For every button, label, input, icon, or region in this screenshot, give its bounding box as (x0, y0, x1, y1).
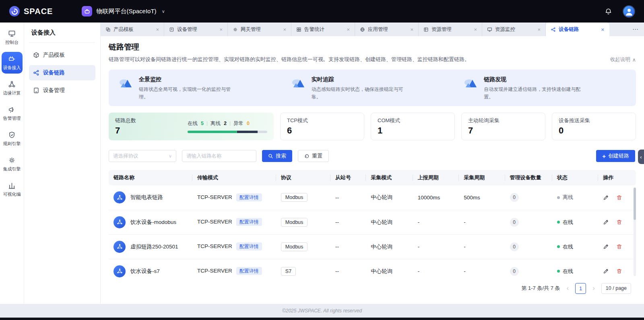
search-button[interactable]: 搜索 (262, 150, 292, 162)
tab-bar: 产品模板 × 设备管理 × 网关管理 × 告警统计 × 应用管理 × (101, 23, 644, 36)
sidebar: 设备接入 产品模板 设备链路 设备管理 (24, 23, 101, 304)
stat-value: 0 (559, 125, 629, 136)
avatar[interactable] (623, 5, 635, 18)
config-detail-link[interactable]: 配置详情 (236, 242, 262, 250)
rail-item-rule-engine[interactable]: 规则引擎 (2, 128, 23, 150)
tab-device-link[interactable]: 设备链路 × (546, 23, 609, 36)
bell-icon[interactable] (605, 8, 612, 15)
copyright-text: ©2025 JWSPACE. All rights reserved (282, 308, 362, 314)
next-page-icon[interactable]: › (592, 284, 595, 292)
stat-label: 链路总数 (115, 117, 136, 124)
rail-item-console[interactable]: 控制台 (2, 27, 23, 48)
sidebar-item-device-link[interactable]: 设备链路 (29, 65, 95, 80)
tab-device-management[interactable]: 设备管理 × (164, 23, 228, 36)
delete-icon[interactable] (616, 195, 622, 201)
tab-alarm-statistics[interactable]: 告警统计 × (291, 23, 355, 36)
slave-id: -- (330, 259, 366, 278)
delete-icon[interactable] (616, 219, 622, 225)
workspace-switcher[interactable]: 物联网平台(SpaceIoT) ∨ (82, 6, 165, 16)
page-size-select[interactable]: 10 / page (601, 283, 631, 294)
close-icon[interactable]: × (219, 27, 223, 33)
delete-icon[interactable] (616, 244, 622, 250)
create-link-button[interactable]: + 创建链路 (596, 150, 635, 162)
close-icon[interactable]: × (156, 27, 159, 33)
panel-collapse-handle[interactable]: ‹ (638, 150, 644, 164)
rail-item-label: 规则引擎 (3, 141, 21, 147)
device-management-icon (169, 27, 174, 32)
table-row[interactable]: 智能电表链路 TCP-SERVER配置详情 Modbus -- 中心轮询 100… (109, 185, 636, 210)
edit-icon[interactable] (603, 195, 609, 201)
collect-period: - (459, 259, 505, 278)
rule-engine-icon (8, 131, 16, 139)
collect-period: - (459, 210, 505, 234)
col-slave-id: 从站号 (330, 170, 366, 185)
feature-discovery: 链路发现 自动发现并建立通信链路，支持快速创建与配置。 (463, 76, 626, 101)
grid-icon (296, 27, 301, 32)
protocol-select[interactable]: 请选择协议 ∨ (109, 150, 176, 162)
rail-item-edge-computing[interactable]: 边缘计算 (2, 77, 23, 99)
tab-resource-management[interactable]: 资源管理 × (419, 23, 482, 36)
search-icon (268, 154, 273, 159)
chevron-up-icon: ∧ (632, 57, 636, 63)
stat-value: 7 (468, 125, 539, 136)
protocol-tag: S7 (281, 267, 296, 276)
close-icon[interactable]: × (474, 27, 477, 33)
close-icon[interactable]: × (283, 27, 286, 33)
link-avatar-icon (114, 241, 126, 253)
config-detail-link[interactable]: 配置详情 (236, 193, 262, 201)
close-icon[interactable]: × (410, 27, 413, 33)
collect-period: 500ms (459, 185, 505, 210)
tab-product-template[interactable]: 产品模板 × (101, 23, 164, 36)
col-collect-period: 采集周期 (459, 170, 505, 185)
rail-item-device-access[interactable]: 设备接入 (2, 52, 23, 74)
close-icon[interactable]: × (601, 27, 604, 33)
edit-icon[interactable] (603, 244, 609, 250)
slave-id: -- (330, 210, 366, 234)
edit-icon[interactable] (603, 219, 609, 225)
report-period: - (413, 210, 459, 234)
config-detail-link[interactable]: 配置详情 (236, 267, 262, 275)
page-number[interactable]: 1 (575, 283, 586, 294)
stat-card-push: 设备推送采集 0 (552, 113, 636, 140)
close-icon[interactable]: × (537, 27, 541, 33)
tab-app-management[interactable]: 应用管理 × (355, 23, 419, 36)
col-protocol: 协议 (276, 170, 330, 185)
table-row[interactable]: 虚拟链路250-20501 TCP-SERVER配置详情 Modbus -- 中… (109, 234, 636, 259)
rail-item-integration-engine[interactable]: 集成引擎 (2, 153, 23, 175)
config-detail-link[interactable]: 配置详情 (236, 218, 262, 226)
brand-logo[interactable]: SPACE (9, 6, 53, 17)
reset-icon (304, 154, 310, 159)
tab-resource-monitor[interactable]: 资源监控 × (482, 23, 546, 36)
device-link-icon (551, 27, 556, 32)
close-icon[interactable]: × (347, 27, 350, 33)
col-device-count: 管理设备数量 (505, 170, 552, 185)
table-row[interactable]: 饮水设备-s7 TCP-SERVER配置详情 S7 -- 中心轮询 - - 0 … (109, 259, 636, 278)
scrollbar-thumb[interactable] (634, 188, 636, 220)
stat-label: TCP模式 (287, 117, 357, 124)
collapse-description-toggle[interactable]: 收起说明 ∧ (610, 56, 636, 63)
gear-icon (8, 156, 16, 164)
sidebar-item-product-template[interactable]: 产品模板 (29, 47, 95, 63)
sidebar-item-device-management[interactable]: 设备管理 (29, 83, 95, 98)
table-row[interactable]: 饮水设备-modobus TCP-SERVER配置详情 Modbus -- 中心… (109, 210, 636, 234)
table-scrollbar[interactable] (634, 187, 636, 276)
rail-item-label: 告警管理 (3, 115, 21, 121)
col-transport-mode: 传输模式 (192, 170, 276, 185)
tab-gateway-management[interactable]: 网关管理 × (228, 23, 291, 36)
status-progress-bar (188, 131, 267, 133)
rail-item-visualization[interactable]: 可视化编 (2, 178, 23, 200)
transport-mode: TCP-SERVER (197, 219, 232, 225)
search-label: 搜索 (276, 152, 286, 160)
link-name-input[interactable] (182, 150, 256, 162)
tab-label: 告警统计 (304, 26, 324, 33)
reset-button[interactable]: 重置 (298, 150, 329, 162)
col-actions: 操作 (598, 170, 636, 185)
edit-icon[interactable] (603, 268, 609, 274)
delete-icon[interactable] (616, 268, 622, 274)
device-access-icon (8, 55, 16, 63)
prev-page-icon[interactable]: ‹ (567, 284, 569, 292)
logo-icon (9, 6, 20, 17)
chevron-down-icon: ∨ (162, 9, 165, 14)
more-tabs-icon[interactable]: ⋯ (627, 26, 644, 33)
rail-item-alarm[interactable]: 告警管理 (2, 103, 23, 124)
